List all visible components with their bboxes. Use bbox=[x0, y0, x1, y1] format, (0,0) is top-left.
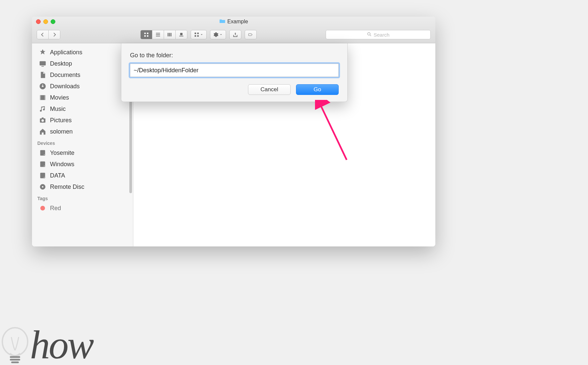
svg-line-18 bbox=[370, 35, 371, 36]
sidebar-item-label: Pictures bbox=[50, 117, 72, 124]
nav-group bbox=[37, 30, 60, 39]
search-placeholder: Search bbox=[374, 32, 390, 38]
sidebar-item-label: Remote Disc bbox=[50, 183, 84, 190]
title-row: Example bbox=[32, 17, 435, 27]
hdd-icon bbox=[39, 172, 47, 179]
svg-rect-2 bbox=[144, 35, 146, 37]
sidebar-item-music[interactable]: Music bbox=[32, 103, 133, 115]
home-icon bbox=[39, 128, 47, 135]
sidebar-item-documents[interactable]: Documents bbox=[32, 69, 133, 81]
view-mode-group bbox=[140, 30, 187, 39]
sidebar-item-label: DATA bbox=[50, 172, 65, 179]
applications-icon bbox=[39, 49, 47, 56]
back-button[interactable] bbox=[37, 30, 49, 39]
forward-button[interactable] bbox=[49, 30, 60, 39]
coverflow-view-button[interactable] bbox=[176, 30, 187, 39]
svg-rect-9 bbox=[171, 33, 172, 37]
svg-rect-0 bbox=[144, 33, 146, 34]
go-button[interactable]: Go bbox=[296, 84, 339, 95]
svg-rect-4 bbox=[156, 33, 160, 34]
list-view-button[interactable] bbox=[152, 30, 164, 39]
svg-rect-15 bbox=[197, 35, 199, 37]
sidebar-item-label: Desktop bbox=[50, 60, 72, 67]
svg-rect-23 bbox=[40, 95, 41, 100]
svg-rect-11 bbox=[179, 36, 183, 37]
folder-icon bbox=[219, 19, 225, 25]
sidebar: Applications Desktop Documents Downloads… bbox=[32, 43, 133, 246]
sidebar-item-data[interactable]: DATA bbox=[32, 170, 133, 181]
sidebar-item-desktop[interactable]: Desktop bbox=[32, 58, 133, 69]
action-dropdown[interactable] bbox=[210, 30, 226, 39]
devices-section-label: Devices bbox=[32, 137, 133, 147]
go-button-label: Go bbox=[314, 86, 321, 93]
toolbar: Search bbox=[32, 27, 435, 43]
minimize-window-button[interactable] bbox=[43, 19, 48, 24]
hdd-icon bbox=[39, 149, 47, 157]
tags-section-label: Tags bbox=[32, 192, 133, 202]
svg-rect-5 bbox=[156, 34, 160, 35]
sidebar-item-label: Documents bbox=[50, 72, 80, 79]
sidebar-item-label: Movies bbox=[50, 94, 69, 101]
window-title-label: Example bbox=[227, 19, 248, 25]
sidebar-item-pictures[interactable]: Pictures bbox=[32, 115, 133, 126]
share-button[interactable] bbox=[229, 30, 241, 39]
arrange-dropdown[interactable] bbox=[191, 30, 207, 39]
svg-point-35 bbox=[42, 186, 44, 188]
music-icon bbox=[39, 105, 47, 113]
cancel-button-label: Cancel bbox=[261, 86, 278, 93]
documents-icon bbox=[39, 71, 47, 79]
sidebar-item-yosemite[interactable]: Yosemite bbox=[32, 147, 133, 159]
icon-view-button[interactable] bbox=[140, 30, 152, 39]
go-to-folder-dialog: Go to the folder: Cancel Go bbox=[121, 43, 348, 102]
svg-rect-19 bbox=[40, 61, 46, 66]
sidebar-item-label: solomen bbox=[50, 128, 73, 135]
svg-rect-12 bbox=[195, 33, 196, 34]
sidebar-item-downloads[interactable]: Downloads bbox=[32, 81, 133, 92]
search-input[interactable]: Search bbox=[326, 30, 431, 39]
svg-rect-7 bbox=[168, 33, 169, 37]
disc-icon bbox=[39, 183, 47, 190]
sidebar-item-home[interactable]: solomen bbox=[32, 126, 133, 137]
pictures-icon bbox=[39, 117, 47, 124]
watermark: how bbox=[0, 325, 93, 365]
downloads-icon bbox=[39, 83, 47, 90]
sidebar-item-label: Yosemite bbox=[50, 150, 74, 157]
sidebar-item-label: Windows bbox=[50, 161, 74, 168]
watermark-text: how bbox=[30, 325, 93, 365]
sidebar-tag-red[interactable]: Red bbox=[32, 202, 133, 214]
sidebar-item-label: Applications bbox=[50, 49, 82, 56]
window-title: Example bbox=[32, 17, 435, 27]
column-view-button[interactable] bbox=[164, 30, 176, 39]
svg-rect-1 bbox=[147, 33, 148, 34]
titlebar: Example bbox=[32, 17, 435, 43]
sidebar-item-windows[interactable]: Windows bbox=[32, 159, 133, 170]
sidebar-item-movies[interactable]: Movies bbox=[32, 92, 133, 103]
dialog-label: Go to the folder: bbox=[130, 52, 339, 59]
traffic-lights bbox=[36, 19, 55, 24]
zoom-window-button[interactable] bbox=[51, 19, 55, 24]
lightbulb-icon bbox=[0, 325, 30, 365]
svg-point-33 bbox=[44, 177, 44, 178]
svg-rect-13 bbox=[197, 33, 199, 34]
svg-point-31 bbox=[44, 166, 44, 166]
svg-rect-24 bbox=[45, 95, 46, 100]
sidebar-item-remote-disc[interactable]: Remote Disc bbox=[32, 181, 133, 192]
svg-point-29 bbox=[44, 154, 44, 155]
dialog-buttons: Cancel Go bbox=[130, 84, 339, 95]
sidebar-item-label: Red bbox=[50, 205, 61, 212]
svg-rect-10 bbox=[180, 33, 183, 35]
movies-icon bbox=[39, 94, 47, 101]
svg-rect-6 bbox=[156, 36, 160, 37]
sidebar-item-label: Downloads bbox=[50, 83, 80, 90]
svg-rect-27 bbox=[42, 118, 44, 119]
close-window-button[interactable] bbox=[36, 19, 41, 24]
folder-path-input[interactable] bbox=[130, 64, 339, 77]
svg-rect-20 bbox=[41, 66, 44, 67]
svg-rect-8 bbox=[169, 33, 170, 37]
tags-button[interactable] bbox=[245, 30, 257, 39]
tag-color-icon bbox=[39, 204, 47, 212]
hdd-icon bbox=[39, 161, 47, 168]
sidebar-item-applications[interactable]: Applications bbox=[32, 47, 133, 58]
cancel-button[interactable]: Cancel bbox=[248, 84, 291, 95]
svg-point-26 bbox=[41, 119, 44, 122]
